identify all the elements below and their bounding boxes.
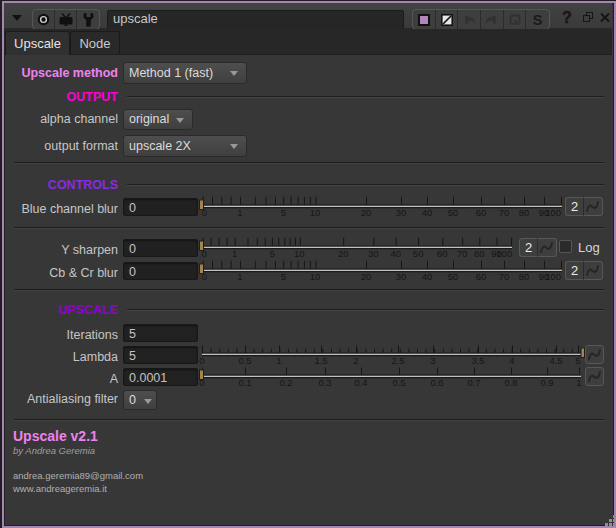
svg-text:1: 1 [237, 271, 242, 282]
svg-text:20: 20 [361, 207, 372, 218]
svg-text:10: 10 [310, 271, 321, 282]
svg-text:80: 80 [474, 248, 485, 259]
svg-text:30: 30 [396, 207, 407, 218]
svg-text:1: 1 [276, 355, 281, 366]
svg-text:60: 60 [437, 248, 448, 259]
svg-text:30: 30 [396, 271, 407, 282]
svg-text:0.5: 0.5 [392, 377, 405, 388]
svg-text:0.5: 0.5 [238, 355, 251, 366]
svg-text:100: 100 [545, 271, 561, 282]
svg-text:60: 60 [476, 207, 487, 218]
svg-text:0: 0 [199, 355, 204, 366]
svg-text:3.5: 3.5 [471, 355, 484, 366]
svg-text:0.7: 0.7 [467, 377, 480, 388]
svg-text:20: 20 [361, 271, 372, 282]
svg-text:5: 5 [575, 355, 580, 366]
svg-text:40: 40 [422, 271, 433, 282]
svg-text:5: 5 [281, 271, 286, 282]
svg-text:0.2: 0.2 [279, 377, 292, 388]
svg-text:5: 5 [281, 207, 286, 218]
svg-text:5: 5 [270, 248, 275, 259]
svg-text:100: 100 [545, 207, 561, 218]
svg-text:20: 20 [338, 248, 349, 259]
svg-text:0.1: 0.1 [238, 377, 251, 388]
svg-text:0.9: 0.9 [540, 377, 553, 388]
svg-text:0.3: 0.3 [318, 377, 331, 388]
svg-text:70: 70 [499, 207, 510, 218]
svg-text:40: 40 [422, 207, 433, 218]
svg-text:40: 40 [390, 248, 401, 259]
svg-text:4.5: 4.5 [549, 355, 562, 366]
svg-text:1.5: 1.5 [314, 355, 327, 366]
svg-text:50: 50 [448, 271, 459, 282]
svg-text:1: 1 [237, 207, 242, 218]
svg-text:30: 30 [368, 248, 379, 259]
svg-text:80: 80 [519, 271, 530, 282]
svg-text:3: 3 [430, 355, 435, 366]
svg-text:80: 80 [519, 207, 530, 218]
svg-text:10: 10 [294, 248, 305, 259]
svg-text:0.8: 0.8 [504, 377, 517, 388]
svg-text:50: 50 [448, 207, 459, 218]
svg-text:2: 2 [353, 355, 358, 366]
svg-text:70: 70 [499, 271, 510, 282]
svg-text:70: 70 [457, 248, 468, 259]
svg-text:50: 50 [413, 248, 424, 259]
svg-text:4: 4 [509, 355, 514, 366]
svg-text:2.5: 2.5 [391, 355, 404, 366]
svg-text:0.6: 0.6 [430, 377, 443, 388]
svg-text:100: 100 [496, 248, 512, 259]
svg-text:1: 1 [576, 377, 581, 388]
svg-text:10: 10 [310, 207, 321, 218]
svg-text:1: 1 [232, 248, 237, 259]
svg-text:60: 60 [476, 271, 487, 282]
svg-text:0.4: 0.4 [354, 377, 367, 388]
